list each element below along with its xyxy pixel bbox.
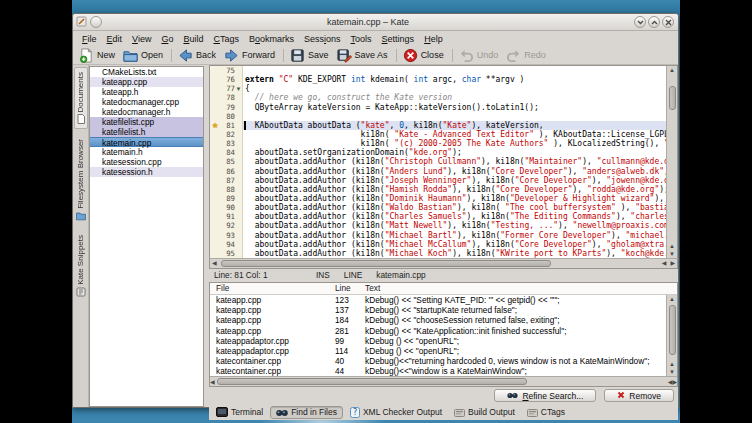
document-item-katemain.h[interactable]: katemain.h — [90, 147, 203, 157]
scroll-down-icon[interactable]: ▼ — [669, 368, 675, 376]
editor-horizontal-scrollbar[interactable]: ◀ ◀ ▶ — [209, 258, 678, 269]
toolview-tab-ctags[interactable]: CTags — [522, 406, 570, 419]
toolview-tab-build-output[interactable]: Build Output — [449, 406, 520, 419]
code-line-83[interactable]: ki18n( "(c) 2000-2005 The Kate Authors" … — [245, 139, 666, 148]
results-vertical-scrollbar[interactable]: ▲ ▲ ▼ — [666, 295, 677, 377]
sidebar-tab-filesystem-browser[interactable]: Filesystem Browser — [75, 135, 87, 225]
menu-view[interactable]: View — [127, 33, 156, 45]
editor-gutter[interactable]: 757677▼787980★81828384858687888990919293… — [210, 66, 243, 258]
sidebar-tab-kate-snippets[interactable]: Kate Snippets — [75, 231, 87, 301]
close-button[interactable]: Close — [400, 47, 449, 64]
scroll-thumb[interactable] — [221, 260, 551, 267]
editor-vertical-scrollbar[interactable]: ▲ ▲ ▼ — [666, 66, 677, 258]
scroll-right-icon[interactable]: ▶ — [668, 260, 677, 266]
code-line-84[interactable]: aboutData.setOrganizationDomain("kde.org… — [245, 148, 666, 157]
scroll-thumb[interactable] — [217, 378, 527, 385]
toolview-tab-terminal[interactable]: Terminal — [211, 406, 268, 419]
menu-settings[interactable]: Settings — [377, 33, 420, 45]
document-item-CMakeLists.txt[interactable]: CMakeLists.txt — [90, 67, 203, 77]
code-line-88[interactable]: aboutData.addAuthor (ki18n("Hamish Rodda… — [245, 185, 666, 194]
back-button[interactable]: Back — [175, 47, 221, 64]
column-text[interactable]: Text — [365, 283, 677, 293]
menu-build[interactable]: Build — [178, 33, 208, 45]
refine-search-button[interactable]: Refine Search... — [494, 389, 596, 402]
document-item-kateapp.cpp[interactable]: kateapp.cpp — [90, 77, 203, 87]
code-line-90[interactable]: aboutData.addAuthor (ki18n("Waldo Bastia… — [245, 203, 666, 212]
scroll-left-icon[interactable]: ◀ — [660, 260, 669, 266]
scroll-up-icon[interactable]: ▲ — [669, 295, 675, 303]
save-button[interactable]: Save — [287, 47, 334, 64]
menu-go[interactable]: Go — [156, 33, 178, 45]
scroll-up-icon[interactable]: ▲ — [669, 360, 675, 368]
find-result-row[interactable]: katecontainer.cpp40kDebug()<<"returning … — [210, 356, 666, 366]
forward-button[interactable]: Forward — [221, 47, 280, 64]
menu-help[interactable]: Help — [419, 33, 448, 45]
code-line-95[interactable]: aboutData.addAuthor (ki18n("Michael Koch… — [245, 249, 666, 258]
code-line-89[interactable]: aboutData.addAuthor (ki18n("Dominik Haum… — [245, 194, 666, 203]
menu-tools[interactable]: Tools — [346, 33, 377, 45]
results-horizontal-scrollbar[interactable]: ◀ ◀ ▶ — [210, 376, 677, 386]
code-line-93[interactable]: aboutData.addAuthor (ki18n("Michael Bart… — [245, 231, 666, 240]
code-line-82[interactable]: ki18n( "Kate - Advanced Text Editor" ), … — [245, 130, 666, 139]
find-result-row[interactable]: katecontainer.cpp44kDebug()<<"window is … — [210, 366, 666, 376]
find-result-row[interactable]: kateapp.cpp123kDebug() << "Setting KATE_… — [210, 295, 666, 305]
code-view[interactable]: extern "C" KDE_EXPORT int kdemain( int a… — [243, 66, 666, 258]
code-line-77[interactable]: { — [245, 84, 666, 93]
code-line-92[interactable]: aboutData.addAuthor (ki18n("Matt Newell"… — [245, 221, 666, 230]
menu-bookmarks[interactable]: Bookmarks — [244, 33, 299, 45]
fold-marker-icon[interactable]: ▼ — [235, 86, 242, 92]
code-line-87[interactable]: aboutData.addAuthor (ki18n("Joseph Wenni… — [245, 176, 666, 185]
code-line-94[interactable]: aboutData.addAuthor (ki18n("Michael McCa… — [245, 240, 666, 249]
scroll-down-icon[interactable]: ▼ — [669, 250, 675, 258]
maximize-icon[interactable] — [648, 16, 660, 28]
save-as-button[interactable]: Save As — [334, 47, 393, 64]
scroll-up-icon[interactable]: ▲ — [669, 242, 675, 250]
document-item-katesession.h[interactable]: katesession.h — [90, 167, 203, 177]
code-line-81[interactable]: KAboutData aboutData ("kate", 0, ki18n("… — [243, 121, 666, 130]
find-result-row[interactable]: kateappadaptor.cpp114kDebug () << "openU… — [210, 346, 666, 356]
column-file[interactable]: File — [210, 283, 335, 293]
find-result-row[interactable]: kateappadaptor.cpp99kDebug () << "openUR… — [210, 336, 666, 346]
column-line[interactable]: Line — [335, 283, 365, 293]
code-line-79[interactable]: QByteArray kateVersion = KateApp::kateVe… — [245, 103, 666, 112]
scroll-thumb[interactable] — [669, 86, 676, 110]
document-item-katedocmanager.cpp[interactable]: katedocmanager.cpp — [90, 97, 203, 107]
find-results-header[interactable]: File Line Text — [210, 283, 677, 295]
close-icon[interactable] — [662, 16, 674, 28]
document-item-kateapp.h[interactable]: kateapp.h — [90, 87, 203, 97]
find-result-row[interactable]: kateapp.cpp184kDebug() << "chooseSession… — [210, 315, 666, 325]
find-result-row[interactable]: kateapp.cpp281kDebug() << "KateApplicati… — [210, 326, 666, 336]
toolview-tab-xml-checker-output[interactable]: ?XML Checker Output — [345, 406, 447, 419]
window-menu-button[interactable] — [90, 16, 102, 28]
code-line-75[interactable] — [245, 66, 666, 75]
document-item-katefilelist.cpp[interactable]: katefilelist.cpp — [90, 117, 203, 127]
minimize-icon[interactable] — [634, 16, 646, 28]
document-item-katesession.cpp[interactable]: katesession.cpp — [90, 157, 203, 167]
menu-file[interactable]: File — [77, 33, 102, 45]
menu-edit[interactable]: Edit — [102, 33, 128, 45]
scroll-right-icon[interactable]: ▶ — [672, 378, 677, 386]
code-line-80[interactable] — [245, 112, 666, 121]
new-button[interactable]: New — [76, 47, 120, 64]
code-line-85[interactable]: aboutData.addAuthor (ki18n("Christoph Cu… — [245, 157, 666, 166]
sidebar-tab-documents[interactable]: Documents — [74, 67, 88, 129]
scroll-up-icon[interactable]: ▲ — [669, 66, 675, 74]
redo-button[interactable]: Redo — [503, 47, 551, 64]
titlebar[interactable]: katemain.cpp – Kate — [73, 14, 678, 31]
menu-ctags[interactable]: CTags — [208, 33, 244, 45]
code-line-76[interactable]: extern "C" KDE_EXPORT int kdemain( int a… — [245, 75, 666, 84]
toolview-tab-find-in-files[interactable]: Find in Files — [270, 406, 343, 419]
document-item-katemain.cpp[interactable]: katemain.cpp — [90, 137, 203, 147]
document-item-katefilelist.h[interactable]: katefilelist.h — [90, 127, 203, 137]
undo-button[interactable]: Undo — [456, 47, 504, 64]
open-button[interactable]: Open — [120, 47, 168, 64]
scroll-left-icon[interactable]: ◀ — [210, 260, 219, 266]
find-result-row[interactable]: kateapp.cpp137kDebug() << "startupKate r… — [210, 305, 666, 315]
code-line-91[interactable]: aboutData.addAuthor (ki18n("Charles Samu… — [245, 212, 666, 221]
menu-sessions[interactable]: Sessions — [299, 33, 346, 45]
code-line-86[interactable]: aboutData.addAuthor (ki18n("Anders Lund"… — [245, 167, 666, 176]
bookmark-star-icon[interactable]: ★ — [210, 121, 220, 130]
scroll-thumb[interactable] — [669, 305, 676, 355]
code-line-78[interactable]: // here we go, construct the Kate versio… — [245, 93, 666, 102]
document-item-katedocmanager.h[interactable]: katedocmanager.h — [90, 107, 203, 117]
